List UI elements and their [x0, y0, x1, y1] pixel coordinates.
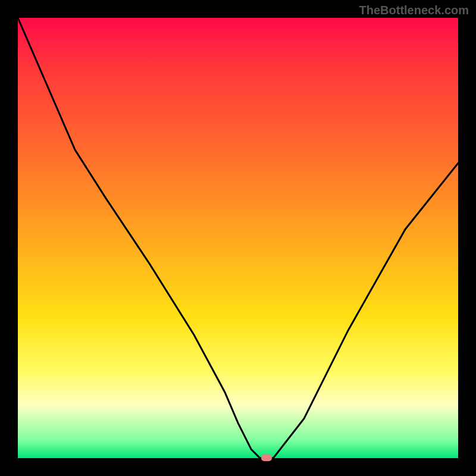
chart-curve-path	[18, 18, 458, 458]
chart-plot-area	[18, 18, 458, 458]
chart-marker	[261, 455, 272, 461]
chart-curve-svg	[18, 18, 458, 458]
watermark-text: TheBottleneck.com	[359, 4, 469, 17]
